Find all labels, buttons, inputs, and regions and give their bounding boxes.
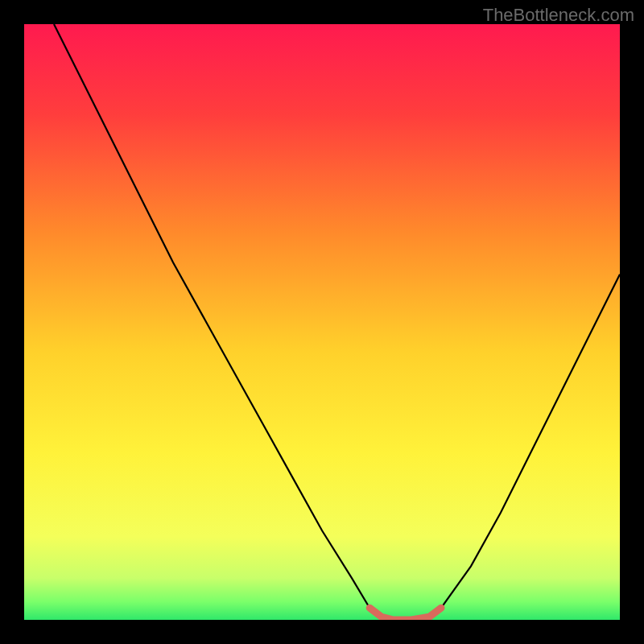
chart-plot-area <box>24 24 620 620</box>
chart-svg <box>24 24 620 620</box>
watermark-text: TheBottleneck.com <box>483 5 634 26</box>
